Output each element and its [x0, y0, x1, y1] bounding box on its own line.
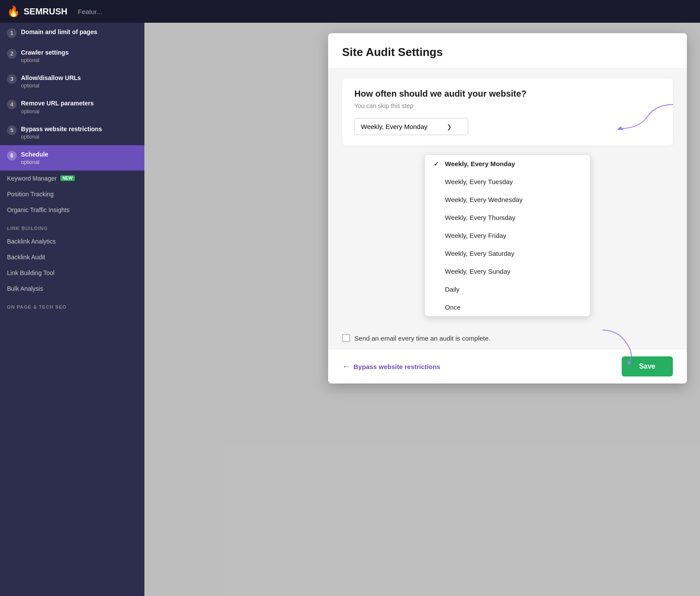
- step-sub-2: optional: [21, 57, 69, 63]
- logo-text: SEMRUSH: [24, 7, 67, 17]
- chevron-down-icon: ❯: [447, 123, 452, 130]
- sidebar-nav-item-2[interactable]: Organic Traffic Insights: [0, 202, 144, 218]
- semrush-logo: 🔥 SEMRUSH: [7, 5, 67, 17]
- back-arrow-icon: ←: [342, 362, 350, 371]
- dropdown-option-label-6: Weekly, Every Sunday: [445, 268, 511, 275]
- step-sub-6: optional: [21, 159, 48, 165]
- email-row: Send an email every time an audit is com…: [328, 327, 687, 349]
- sidebar-link-item-0-0[interactable]: Backlink Analytics: [0, 234, 144, 249]
- step-title-6: Schedule: [21, 150, 48, 158]
- email-label: Send an email every time an audit is com…: [354, 335, 490, 342]
- question-card: How often should we audit your website? …: [342, 78, 673, 146]
- step-number-6: 6: [7, 151, 17, 160]
- dropdown-option-label-4: Weekly, Every Friday: [445, 232, 506, 239]
- sidebar-section-label-1: ON PAGE & TECH SEO: [0, 296, 144, 312]
- sidebar-nav-item-0[interactable]: Keyword ManagerNEW: [0, 171, 144, 186]
- dropdown-option-label-8: Once: [445, 303, 461, 311]
- dropdown-option-5[interactable]: Weekly, Every Saturday: [425, 244, 590, 262]
- step-sub-3: optional: [21, 83, 81, 89]
- step-title-5: Bypass website restrictions: [21, 125, 102, 133]
- dropdown-option-label-0: Weekly, Every Monday: [445, 160, 515, 167]
- dropdown-option-1[interactable]: Weekly, Every Tuesday: [425, 173, 590, 191]
- sidebar-step-3[interactable]: 3 Allow/disallow URLs optional: [0, 69, 144, 94]
- check-icon-0: ✓: [434, 160, 441, 167]
- schedule-dropdown[interactable]: ✓ Weekly, Every Monday Weekly, Every Tue…: [424, 154, 591, 317]
- step-number-2: 2: [7, 49, 17, 59]
- dropdown-option-label-3: Weekly, Every Thursday: [445, 214, 515, 221]
- dropdown-option-label-2: Weekly, Every Wednesday: [445, 196, 523, 203]
- nav-item-label-0: Keyword Manager: [7, 175, 57, 182]
- email-checkbox[interactable]: [342, 334, 350, 342]
- sidebar-nav: Keyword ManagerNEWPosition TrackingOrgan…: [0, 171, 144, 312]
- step-title-4: Remove URL parameters: [21, 99, 94, 107]
- schedule-select-wrapper[interactable]: Weekly, Every Monday ❯: [354, 118, 468, 135]
- sidebar-section-label-0: LINK BUILDING: [0, 218, 144, 234]
- save-button[interactable]: Save: [622, 356, 673, 376]
- dropdown-option-label-1: Weekly, Every Tuesday: [445, 178, 513, 185]
- modal-footer: ← Bypass website restrictions Save: [328, 349, 687, 383]
- modal-container: Site Audit Settings How often should we …: [328, 33, 687, 383]
- step-sub-4: optional: [21, 108, 94, 115]
- step-title-1: Domain and limit of pages: [21, 28, 97, 36]
- step-sub-5: optional: [21, 134, 102, 140]
- sidebar-nav-item-1[interactable]: Position Tracking: [0, 186, 144, 202]
- dropdown-scroll[interactable]: ✓ Weekly, Every Monday Weekly, Every Tue…: [425, 155, 590, 316]
- step-number-4: 4: [7, 100, 17, 109]
- modal-body: How often should we audit your website? …: [328, 68, 687, 327]
- sidebar-steps: 1 Domain and limit of pages 2 Crawler se…: [0, 23, 144, 171]
- sidebar-step-4[interactable]: 4 Remove URL parameters optional: [0, 94, 144, 119]
- sidebar-step-1[interactable]: 1 Domain and limit of pages: [0, 23, 144, 43]
- dropdown-option-6[interactable]: Weekly, Every Sunday: [425, 262, 590, 280]
- step-title-2: Crawler settings: [21, 49, 69, 56]
- dropdown-option-7[interactable]: Daily: [425, 280, 590, 298]
- question-title: How often should we audit your website?: [354, 89, 661, 99]
- dropdown-option-3[interactable]: Weekly, Every Thursday: [425, 209, 590, 227]
- sidebar-step-5[interactable]: 5 Bypass website restrictions optional: [0, 120, 144, 145]
- sidebar-link-item-0-1[interactable]: Backlink Audit: [0, 249, 144, 265]
- sidebar-link-item-0-2[interactable]: Link Building Tool: [0, 265, 144, 281]
- back-label: Bypass website restrictions: [354, 363, 440, 370]
- nav-features: Featur...: [78, 8, 102, 15]
- sidebar-step-6[interactable]: 6 Schedule optional: [0, 145, 144, 171]
- step-number-3: 3: [7, 74, 17, 84]
- sidebar: 1 Domain and limit of pages 2 Crawler se…: [0, 23, 144, 596]
- step-number-1: 1: [7, 28, 17, 38]
- back-link[interactable]: ← Bypass website restrictions: [342, 362, 440, 371]
- schedule-select[interactable]: Weekly, Every Monday ❯: [354, 118, 468, 135]
- modal-backdrop: Site Audit Settings How often should we …: [144, 23, 700, 596]
- svg-marker-0: [617, 126, 624, 130]
- nav-item-label-2: Organic Traffic Insights: [7, 206, 70, 213]
- sidebar-link-item-0-3[interactable]: Bulk Analysis: [0, 281, 144, 296]
- question-subtitle: You can skip this step: [354, 102, 661, 109]
- top-nav: 🔥 SEMRUSH Featur...: [0, 0, 700, 23]
- sidebar-step-2[interactable]: 2 Crawler settings optional: [0, 43, 144, 69]
- modal-title: Site Audit Settings: [342, 45, 673, 59]
- selected-option: Weekly, Every Monday: [361, 123, 427, 130]
- nav-item-label-1: Position Tracking: [7, 191, 54, 198]
- step-title-3: Allow/disallow URLs: [21, 74, 81, 82]
- modal-header: Site Audit Settings: [328, 33, 687, 68]
- dropdown-option-2[interactable]: Weekly, Every Wednesday: [425, 191, 590, 209]
- badge-new-0: NEW: [60, 175, 75, 181]
- dropdown-option-8[interactable]: Once: [425, 298, 590, 316]
- dropdown-option-label-7: Daily: [445, 286, 459, 293]
- flame-icon: 🔥: [7, 5, 20, 17]
- dropdown-option-label-5: Weekly, Every Saturday: [445, 250, 514, 257]
- step-number-5: 5: [7, 125, 17, 135]
- dropdown-option-0[interactable]: ✓ Weekly, Every Monday: [425, 155, 590, 173]
- dropdown-option-4[interactable]: Weekly, Every Friday: [425, 227, 590, 244]
